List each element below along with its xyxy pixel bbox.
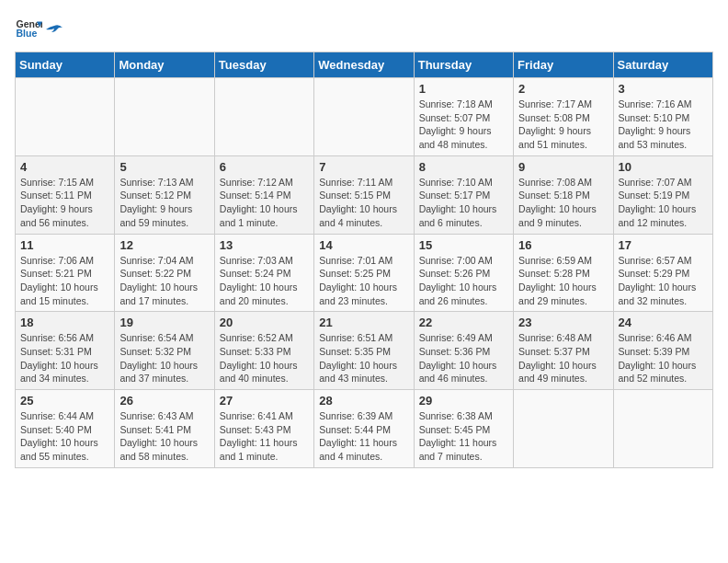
day-info: Sunrise: 7:06 AM Sunset: 5:21 PM Dayligh… (20, 254, 109, 308)
calendar-week-row: 11Sunrise: 7:06 AM Sunset: 5:21 PM Dayli… (16, 234, 713, 312)
calendar-cell (613, 390, 712, 468)
calendar-week-row: 25Sunrise: 6:44 AM Sunset: 5:40 PM Dayli… (16, 390, 713, 468)
day-info: Sunrise: 6:56 AM Sunset: 5:31 PM Dayligh… (20, 331, 109, 385)
calendar-cell: 5Sunrise: 7:13 AM Sunset: 5:12 PM Daylig… (115, 155, 214, 234)
header: General Blue (15, 15, 713, 42)
day-info: Sunrise: 6:39 AM Sunset: 5:44 PM Dayligh… (319, 409, 408, 464)
calendar-cell: 28Sunrise: 6:39 AM Sunset: 5:44 PM Dayli… (314, 390, 414, 468)
calendar-cell: 3Sunrise: 7:16 AM Sunset: 5:10 PM Daylig… (613, 78, 712, 156)
day-info: Sunrise: 6:46 AM Sunset: 5:39 PM Dayligh… (619, 331, 708, 385)
calendar-week-row: 1Sunrise: 7:18 AM Sunset: 5:07 PM Daylig… (16, 78, 713, 156)
day-info: Sunrise: 7:00 AM Sunset: 5:26 PM Dayligh… (419, 254, 508, 308)
calendar-cell (214, 78, 313, 156)
day-info: Sunrise: 7:04 AM Sunset: 5:22 PM Dayligh… (119, 254, 209, 308)
day-number: 2 (518, 82, 608, 96)
day-number: 21 (319, 316, 408, 329)
calendar-cell (314, 78, 414, 156)
day-info: Sunrise: 7:03 AM Sunset: 5:24 PM Dayligh… (220, 254, 309, 308)
day-number: 14 (319, 238, 408, 252)
day-info: Sunrise: 7:11 AM Sunset: 5:15 PM Dayligh… (319, 176, 408, 230)
day-number: 29 (419, 394, 508, 408)
calendar-cell: 25Sunrise: 6:44 AM Sunset: 5:40 PM Dayli… (16, 390, 115, 468)
calendar-cell: 15Sunrise: 7:00 AM Sunset: 5:26 PM Dayli… (414, 234, 513, 312)
day-info: Sunrise: 7:18 AM Sunset: 5:07 PM Dayligh… (419, 98, 508, 152)
calendar-week-row: 4Sunrise: 7:15 AM Sunset: 5:11 PM Daylig… (16, 155, 713, 234)
calendar-cell: 1Sunrise: 7:18 AM Sunset: 5:07 PM Daylig… (414, 78, 513, 156)
svg-text:Blue: Blue (17, 28, 38, 39)
day-number: 7 (319, 160, 408, 174)
calendar-cell: 9Sunrise: 7:08 AM Sunset: 5:18 PM Daylig… (514, 155, 613, 234)
calendar-cell: 8Sunrise: 7:10 AM Sunset: 5:17 PM Daylig… (414, 155, 513, 234)
day-number: 18 (20, 316, 109, 329)
calendar-cell: 18Sunrise: 6:56 AM Sunset: 5:31 PM Dayli… (16, 312, 115, 390)
calendar-cell: 13Sunrise: 7:03 AM Sunset: 5:24 PM Dayli… (214, 234, 313, 312)
day-info: Sunrise: 7:08 AM Sunset: 5:18 PM Dayligh… (518, 176, 608, 230)
day-number: 24 (619, 316, 708, 329)
calendar-cell: 10Sunrise: 7:07 AM Sunset: 5:19 PM Dayli… (613, 155, 712, 234)
calendar-cell: 19Sunrise: 6:54 AM Sunset: 5:32 PM Dayli… (115, 312, 214, 390)
day-info: Sunrise: 6:41 AM Sunset: 5:43 PM Dayligh… (220, 409, 309, 464)
header-tuesday: Tuesday (214, 52, 313, 78)
day-info: Sunrise: 6:49 AM Sunset: 5:36 PM Dayligh… (419, 331, 508, 385)
day-number: 25 (20, 394, 109, 408)
header-saturday: Saturday (613, 52, 712, 78)
day-number: 15 (419, 238, 508, 252)
day-info: Sunrise: 6:52 AM Sunset: 5:33 PM Dayligh… (220, 331, 309, 385)
day-info: Sunrise: 6:57 AM Sunset: 5:29 PM Dayligh… (619, 254, 708, 308)
header-thursday: Thursday (414, 52, 513, 78)
day-info: Sunrise: 6:59 AM Sunset: 5:28 PM Dayligh… (518, 254, 608, 308)
day-number: 27 (220, 394, 309, 408)
calendar-cell: 21Sunrise: 6:51 AM Sunset: 5:35 PM Dayli… (314, 312, 414, 390)
calendar-cell: 4Sunrise: 7:15 AM Sunset: 5:11 PM Daylig… (16, 155, 115, 234)
day-number: 9 (518, 160, 608, 174)
day-number: 5 (119, 160, 209, 174)
calendar-cell: 26Sunrise: 6:43 AM Sunset: 5:41 PM Dayli… (115, 390, 214, 468)
calendar-cell: 2Sunrise: 7:17 AM Sunset: 5:08 PM Daylig… (514, 78, 613, 156)
calendar-cell: 14Sunrise: 7:01 AM Sunset: 5:25 PM Dayli… (314, 234, 414, 312)
day-number: 10 (619, 160, 708, 174)
day-number: 3 (619, 82, 708, 96)
day-info: Sunrise: 7:13 AM Sunset: 5:12 PM Dayligh… (119, 176, 209, 230)
calendar-cell (115, 78, 214, 156)
day-number: 6 (220, 160, 309, 174)
calendar-cell: 12Sunrise: 7:04 AM Sunset: 5:22 PM Dayli… (115, 234, 214, 312)
header-sunday: Sunday (16, 52, 115, 78)
day-info: Sunrise: 6:44 AM Sunset: 5:40 PM Dayligh… (20, 409, 109, 464)
day-info: Sunrise: 7:12 AM Sunset: 5:14 PM Dayligh… (220, 176, 309, 230)
calendar-cell: 22Sunrise: 6:49 AM Sunset: 5:36 PM Dayli… (414, 312, 513, 390)
calendar-cell: 27Sunrise: 6:41 AM Sunset: 5:43 PM Dayli… (214, 390, 313, 468)
day-info: Sunrise: 7:07 AM Sunset: 5:19 PM Dayligh… (619, 176, 708, 230)
day-number: 12 (119, 238, 209, 252)
calendar-cell: 17Sunrise: 6:57 AM Sunset: 5:29 PM Dayli… (613, 234, 712, 312)
calendar-header-row: SundayMondayTuesdayWednesdayThursdayFrid… (16, 52, 713, 78)
day-number: 16 (518, 238, 608, 252)
day-info: Sunrise: 6:43 AM Sunset: 5:41 PM Dayligh… (119, 409, 209, 464)
calendar-table: SundayMondayTuesdayWednesdayThursdayFrid… (15, 52, 713, 468)
calendar-cell (16, 78, 115, 156)
day-info: Sunrise: 7:16 AM Sunset: 5:10 PM Dayligh… (619, 98, 708, 152)
calendar-cell: 7Sunrise: 7:11 AM Sunset: 5:15 PM Daylig… (314, 155, 414, 234)
calendar-cell: 11Sunrise: 7:06 AM Sunset: 5:21 PM Dayli… (16, 234, 115, 312)
header-monday: Monday (115, 52, 214, 78)
day-info: Sunrise: 6:38 AM Sunset: 5:45 PM Dayligh… (419, 409, 508, 464)
header-wednesday: Wednesday (314, 52, 414, 78)
day-number: 28 (319, 394, 408, 408)
calendar-week-row: 18Sunrise: 6:56 AM Sunset: 5:31 PM Dayli… (16, 312, 713, 390)
day-info: Sunrise: 7:17 AM Sunset: 5:08 PM Dayligh… (518, 98, 608, 152)
day-number: 8 (419, 160, 508, 174)
logo-icon: General Blue (15, 15, 42, 42)
day-info: Sunrise: 6:51 AM Sunset: 5:35 PM Dayligh… (319, 331, 408, 385)
day-number: 22 (419, 316, 508, 329)
calendar-cell: 29Sunrise: 6:38 AM Sunset: 5:45 PM Dayli… (414, 390, 513, 468)
day-info: Sunrise: 6:54 AM Sunset: 5:32 PM Dayligh… (119, 331, 209, 385)
logo-bird-icon (46, 24, 63, 37)
calendar-cell: 20Sunrise: 6:52 AM Sunset: 5:33 PM Dayli… (214, 312, 313, 390)
calendar-cell: 23Sunrise: 6:48 AM Sunset: 5:37 PM Dayli… (514, 312, 613, 390)
day-info: Sunrise: 7:01 AM Sunset: 5:25 PM Dayligh… (319, 254, 408, 308)
day-info: Sunrise: 6:48 AM Sunset: 5:37 PM Dayligh… (518, 331, 608, 385)
day-number: 1 (419, 82, 508, 96)
day-info: Sunrise: 7:10 AM Sunset: 5:17 PM Dayligh… (419, 176, 508, 230)
logo: General Blue (15, 15, 63, 42)
day-number: 19 (119, 316, 209, 329)
day-number: 13 (220, 238, 309, 252)
